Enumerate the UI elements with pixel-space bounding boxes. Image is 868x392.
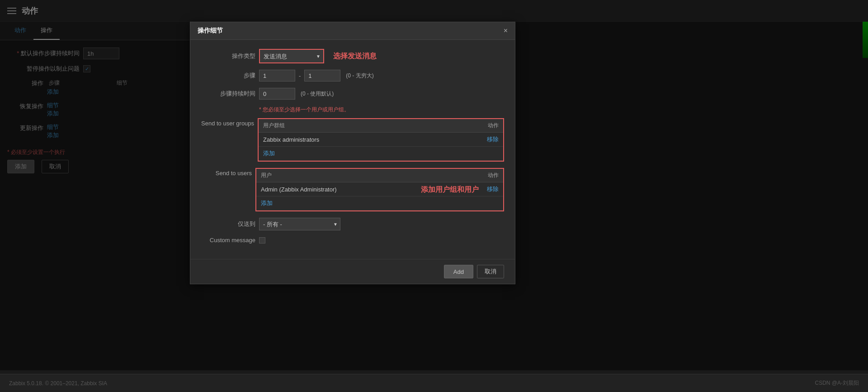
step-row: 步骤 - (0 - 无穷大): [201, 70, 504, 81]
footer-right: CSDN @A-刘晨阳: [815, 379, 859, 387]
user-action-cell: 移除: [476, 182, 503, 196]
users-add-row: 添加: [256, 196, 503, 210]
users-col-name: 用户: [256, 169, 476, 182]
user-group-name: Zabbix administrators: [259, 133, 476, 147]
step-to-input[interactable]: [304, 70, 340, 81]
custom-message-checkbox[interactable]: [259, 237, 265, 244]
annotation-right-container: 添加用户组和用户: [415, 185, 479, 195]
operation-type-row: 操作类型 发送消息 远程命令 ▼ 选择发送消息: [201, 49, 504, 63]
user-groups-add-row: 添加: [259, 147, 503, 161]
operation-type-select-wrapper: 发送消息 远程命令 ▼: [259, 49, 324, 63]
user-groups-table: 用户群组 动作 Zabbix administrators 移除: [259, 119, 503, 161]
modal-add-button[interactable]: Add: [444, 265, 473, 278]
step-duration-input[interactable]: [259, 88, 295, 100]
users-col-action: 动作: [476, 169, 503, 182]
step-hint: (0 - 无穷大): [346, 72, 373, 80]
operation-type-select[interactable]: 发送消息 远程命令: [260, 50, 323, 62]
annotation-right: 添加用户组和用户: [421, 186, 479, 193]
send-user-groups-row: Send to user groups 用户群组 动作 Zabbix admin…: [201, 118, 504, 162]
modal-close-button[interactable]: ×: [504, 27, 508, 34]
step-label: 步骤: [201, 72, 255, 80]
user-group-action-cell: 移除: [476, 133, 503, 147]
send-users-label: Send to users: [201, 168, 255, 177]
main-content: 动作 操作 默认操作步骤持续时间 暂停操作以制止问题 ✓ 操作: [0, 22, 868, 392]
user-groups-col-name: 用户群组: [259, 119, 476, 133]
send-user-groups-label: Send to user groups: [201, 118, 258, 127]
user-groups-col-action: 动作: [476, 119, 503, 133]
modal-title: 操作细节: [198, 27, 223, 35]
operation-type-label: 操作类型: [201, 52, 255, 60]
user-groups-add-link[interactable]: 添加: [263, 150, 275, 157]
page-footer: Zabbix 5.0.18. © 2001–2021, Zabbix SIA C…: [0, 374, 868, 392]
user-remove-link[interactable]: 移除: [487, 186, 499, 192]
footer-text: Zabbix 5.0.18. © 2001–2021, Zabbix SIA: [9, 380, 107, 387]
modal-body: 操作类型 发送消息 远程命令 ▼ 选择发送消息 步骤 - (0 - 无穷大): [190, 40, 515, 259]
step-duration-label: 步骤持续时间: [201, 90, 255, 98]
only-send-select[interactable]: - 所有 -: [259, 218, 340, 230]
step-duration-row: 步骤持续时间 (0 - 使用默认): [201, 88, 504, 100]
user-group-remove-link[interactable]: 移除: [487, 136, 499, 143]
modal-cancel-button[interactable]: 取消: [477, 265, 504, 278]
user-groups-table-container: 用户群组 动作 Zabbix administrators 移除: [258, 118, 504, 162]
user-group-row: Zabbix administrators 移除: [259, 133, 503, 147]
step-from-input[interactable]: [259, 70, 295, 81]
modal-dialog: 操作细节 × 操作类型 发送消息 远程命令 ▼ 选择发送消息 步骤: [190, 22, 515, 284]
required-msg: * 您必须至少选择一个用户或用户组。: [259, 106, 504, 114]
custom-message-row: Custom message: [201, 237, 504, 244]
only-send-row: 仅送到 - 所有 - ▼: [201, 218, 504, 230]
only-send-select-wrapper: - 所有 - ▼: [259, 218, 340, 230]
users-add-link[interactable]: 添加: [261, 200, 273, 206]
step-duration-hint: (0 - 使用默认): [301, 90, 334, 98]
modal-header: 操作细节 ×: [190, 22, 515, 40]
only-send-label: 仅送到: [201, 220, 255, 228]
modal-footer: Add 取消: [190, 259, 515, 284]
custom-message-label: Custom message: [201, 237, 255, 244]
step-dash: -: [299, 72, 301, 79]
operation-type-annotation: 选择发送消息: [333, 52, 377, 61]
